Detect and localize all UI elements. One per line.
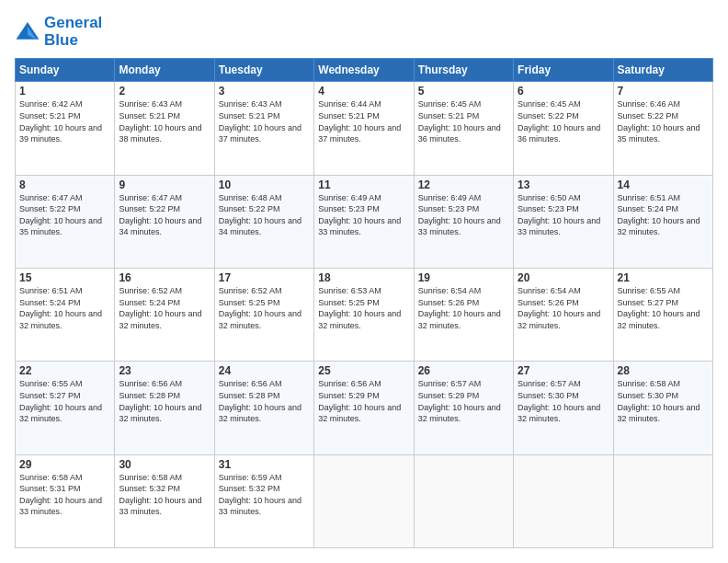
- day-info: Sunrise: 6:45 AMSunset: 5:22 PMDaylight:…: [518, 98, 609, 144]
- day-info: Sunrise: 6:59 AMSunset: 5:32 PMDaylight:…: [219, 472, 310, 518]
- week-row-1: 1 Sunrise: 6:42 AMSunset: 5:21 PMDayligh…: [16, 82, 713, 175]
- day-info: Sunrise: 6:58 AMSunset: 5:32 PMDaylight:…: [119, 472, 210, 518]
- calendar-cell: 21 Sunrise: 6:55 AMSunset: 5:27 PMDaylig…: [613, 269, 712, 362]
- day-number: 16: [119, 271, 210, 284]
- day-info: Sunrise: 6:55 AMSunset: 5:27 PMDaylight:…: [19, 378, 110, 424]
- day-info: Sunrise: 6:48 AMSunset: 5:22 PMDaylight:…: [219, 192, 310, 238]
- day-number: 17: [219, 271, 310, 284]
- day-number: 5: [418, 85, 509, 98]
- weekday-header-monday: Monday: [115, 59, 214, 82]
- day-info: Sunrise: 6:50 AMSunset: 5:23 PMDaylight:…: [518, 192, 609, 238]
- calendar-cell: 14 Sunrise: 6:51 AMSunset: 5:24 PMDaylig…: [613, 175, 712, 268]
- calendar-cell: 7 Sunrise: 6:46 AMSunset: 5:22 PMDayligh…: [613, 82, 712, 175]
- day-info: Sunrise: 6:49 AMSunset: 5:23 PMDaylight:…: [418, 192, 509, 238]
- calendar-cell: 4 Sunrise: 6:44 AMSunset: 5:21 PMDayligh…: [314, 82, 414, 175]
- day-number: 10: [219, 178, 310, 191]
- day-info: Sunrise: 6:51 AMSunset: 5:24 PMDaylight:…: [618, 192, 709, 238]
- day-info: Sunrise: 6:54 AMSunset: 5:26 PMDaylight:…: [418, 285, 509, 331]
- day-number: 2: [119, 85, 210, 98]
- day-info: Sunrise: 6:57 AMSunset: 5:30 PMDaylight:…: [518, 378, 609, 424]
- calendar-cell: 18 Sunrise: 6:53 AMSunset: 5:25 PMDaylig…: [314, 269, 414, 362]
- calendar-cell: 31 Sunrise: 6:59 AMSunset: 5:32 PMDaylig…: [214, 454, 313, 547]
- calendar-cell: 3 Sunrise: 6:43 AMSunset: 5:21 PMDayligh…: [214, 82, 313, 175]
- day-number: 31: [219, 458, 310, 471]
- day-info: Sunrise: 6:57 AMSunset: 5:29 PMDaylight:…: [418, 378, 509, 424]
- weekday-header-tuesday: Tuesday: [214, 59, 313, 82]
- calendar-cell: 11 Sunrise: 6:49 AMSunset: 5:23 PMDaylig…: [314, 175, 414, 268]
- logo-icon: [15, 19, 40, 45]
- day-info: Sunrise: 6:56 AMSunset: 5:28 PMDaylight:…: [119, 378, 210, 424]
- calendar-cell: 26 Sunrise: 6:57 AMSunset: 5:29 PMDaylig…: [414, 362, 513, 454]
- day-number: 22: [19, 364, 110, 377]
- day-number: 12: [418, 178, 509, 191]
- day-info: Sunrise: 6:52 AMSunset: 5:24 PMDaylight:…: [119, 285, 210, 331]
- calendar-cell: 28 Sunrise: 6:58 AMSunset: 5:30 PMDaylig…: [613, 362, 712, 454]
- calendar-cell: 6 Sunrise: 6:45 AMSunset: 5:22 PMDayligh…: [514, 82, 613, 175]
- day-info: Sunrise: 6:58 AMSunset: 5:30 PMDaylight:…: [618, 378, 709, 424]
- day-number: 24: [219, 364, 310, 377]
- calendar-cell: 30 Sunrise: 6:58 AMSunset: 5:32 PMDaylig…: [115, 454, 214, 547]
- day-info: Sunrise: 6:45 AMSunset: 5:21 PMDaylight:…: [418, 98, 509, 144]
- calendar-cell: 17 Sunrise: 6:52 AMSunset: 5:25 PMDaylig…: [214, 269, 313, 362]
- day-info: Sunrise: 6:43 AMSunset: 5:21 PMDaylight:…: [219, 98, 310, 144]
- calendar-cell: 16 Sunrise: 6:52 AMSunset: 5:24 PMDaylig…: [115, 269, 214, 362]
- day-number: 3: [219, 85, 310, 98]
- day-number: 1: [19, 85, 110, 98]
- day-info: Sunrise: 6:42 AMSunset: 5:21 PMDaylight:…: [19, 98, 110, 144]
- day-info: Sunrise: 6:58 AMSunset: 5:31 PMDaylight:…: [19, 472, 110, 518]
- header: General Blue: [15, 15, 713, 49]
- day-number: 29: [19, 458, 110, 471]
- calendar-cell: 10 Sunrise: 6:48 AMSunset: 5:22 PMDaylig…: [214, 175, 313, 268]
- weekday-header-row: SundayMondayTuesdayWednesdayThursdayFrid…: [16, 59, 713, 82]
- day-number: 20: [518, 271, 609, 284]
- day-number: 23: [119, 364, 210, 377]
- day-number: 15: [19, 271, 110, 284]
- week-row-4: 22 Sunrise: 6:55 AMSunset: 5:27 PMDaylig…: [16, 362, 713, 454]
- calendar-cell: 13 Sunrise: 6:50 AMSunset: 5:23 PMDaylig…: [514, 175, 613, 268]
- calendar-cell: [613, 454, 712, 547]
- day-number: 9: [119, 178, 210, 191]
- weekday-header-wednesday: Wednesday: [314, 59, 414, 82]
- week-row-5: 29 Sunrise: 6:58 AMSunset: 5:31 PMDaylig…: [16, 454, 713, 547]
- weekday-header-sunday: Sunday: [16, 59, 115, 82]
- calendar-cell: [414, 454, 513, 547]
- day-number: 13: [518, 178, 609, 191]
- day-info: Sunrise: 6:53 AMSunset: 5:25 PMDaylight:…: [318, 285, 409, 331]
- calendar-cell: 2 Sunrise: 6:43 AMSunset: 5:21 PMDayligh…: [115, 82, 214, 175]
- day-number: 25: [318, 364, 409, 377]
- day-info: Sunrise: 6:55 AMSunset: 5:27 PMDaylight:…: [618, 285, 709, 331]
- logo: General Blue: [15, 15, 102, 49]
- calendar-cell: 25 Sunrise: 6:56 AMSunset: 5:29 PMDaylig…: [314, 362, 414, 454]
- calendar-cell: 15 Sunrise: 6:51 AMSunset: 5:24 PMDaylig…: [16, 269, 115, 362]
- calendar-cell: 9 Sunrise: 6:47 AMSunset: 5:22 PMDayligh…: [115, 175, 214, 268]
- calendar-cell: [514, 454, 613, 547]
- day-number: 21: [618, 271, 709, 284]
- day-number: 28: [618, 364, 709, 377]
- day-info: Sunrise: 6:51 AMSunset: 5:24 PMDaylight:…: [19, 285, 110, 331]
- logo-text: General Blue: [44, 15, 102, 49]
- day-info: Sunrise: 6:54 AMSunset: 5:26 PMDaylight:…: [518, 285, 609, 331]
- day-number: 27: [518, 364, 609, 377]
- day-info: Sunrise: 6:47 AMSunset: 5:22 PMDaylight:…: [19, 192, 110, 238]
- calendar-cell: 27 Sunrise: 6:57 AMSunset: 5:30 PMDaylig…: [514, 362, 613, 454]
- week-row-2: 8 Sunrise: 6:47 AMSunset: 5:22 PMDayligh…: [16, 175, 713, 268]
- calendar-cell: 23 Sunrise: 6:56 AMSunset: 5:28 PMDaylig…: [115, 362, 214, 454]
- calendar-cell: 24 Sunrise: 6:56 AMSunset: 5:28 PMDaylig…: [214, 362, 313, 454]
- calendar-cell: 12 Sunrise: 6:49 AMSunset: 5:23 PMDaylig…: [414, 175, 513, 268]
- day-number: 8: [19, 178, 110, 191]
- day-info: Sunrise: 6:52 AMSunset: 5:25 PMDaylight:…: [219, 285, 310, 331]
- day-number: 14: [618, 178, 709, 191]
- day-number: 18: [318, 271, 409, 284]
- day-number: 4: [318, 85, 409, 98]
- day-info: Sunrise: 6:44 AMSunset: 5:21 PMDaylight:…: [318, 98, 409, 144]
- day-number: 30: [119, 458, 210, 471]
- day-info: Sunrise: 6:47 AMSunset: 5:22 PMDaylight:…: [119, 192, 210, 238]
- day-info: Sunrise: 6:56 AMSunset: 5:29 PMDaylight:…: [318, 378, 409, 424]
- day-info: Sunrise: 6:43 AMSunset: 5:21 PMDaylight:…: [119, 98, 210, 144]
- day-number: 19: [418, 271, 509, 284]
- day-number: 26: [418, 364, 509, 377]
- day-number: 6: [518, 85, 609, 98]
- calendar-cell: 19 Sunrise: 6:54 AMSunset: 5:26 PMDaylig…: [414, 269, 513, 362]
- calendar-cell: 5 Sunrise: 6:45 AMSunset: 5:21 PMDayligh…: [414, 82, 513, 175]
- weekday-header-saturday: Saturday: [613, 59, 712, 82]
